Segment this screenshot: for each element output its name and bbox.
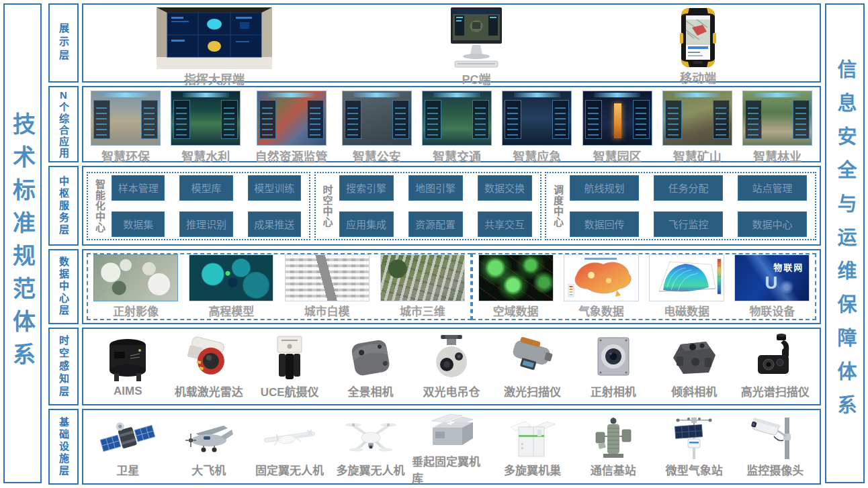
pc-item: PC端 xyxy=(429,7,523,87)
route-planning-button[interactable]: 航线规划 xyxy=(570,175,639,201)
data-label: 气象数据 xyxy=(578,302,624,319)
app-label: 智慧公安 xyxy=(353,147,401,164)
data-cell-ortho: 正射影像 xyxy=(93,254,178,319)
app-card-police: 智慧公安 xyxy=(340,91,414,164)
data-layer-content: 正射影像 高程模型 城市白模 城市三维 空域数据 xyxy=(82,249,821,324)
electromagnetic-data-thumbnail xyxy=(649,254,724,301)
data-layer-label-box: 数据中心层 xyxy=(48,249,79,324)
mobile-item: 移动端 xyxy=(658,7,738,86)
apps-layer-label: N个综合应用 xyxy=(58,89,69,159)
dispatch-center-buttons: 航线规划 任务分配 站点管理 数据回传 飞行监控 数据中心 xyxy=(570,175,807,237)
tech-standards-banner-text: 技术标准规范体系 xyxy=(11,112,34,375)
geospatial-data-group: 正射影像 高程模型 城市白模 城市三维 xyxy=(87,253,472,320)
infra-cell-vtol-hangar: 垂起固定翼机库 xyxy=(412,407,491,486)
app-label: 智慧应急 xyxy=(513,147,561,164)
dashboard-panel xyxy=(552,100,569,139)
sensor-label: 双光电吊仓 xyxy=(423,383,480,399)
infra-label: 卫星 xyxy=(116,461,139,478)
smart-police-thumbnail xyxy=(342,91,412,146)
service-layer-content: 智能化中心 样本管理 模型库 模型训练 数据集 推理识别 成果推送 时空中心 搜… xyxy=(82,166,821,246)
infra-cell-base-station: 通信基站 xyxy=(574,416,653,478)
app-card-water: 智慧水利 xyxy=(169,91,243,164)
infra-cell-multirotor: 多旋翼无人机 xyxy=(331,416,410,478)
apps-layer-label-box: N个综合应用 xyxy=(48,86,79,162)
sensor-label: 高光谱扫描仪 xyxy=(741,383,810,399)
sample-management-button[interactable]: 样本管理 xyxy=(112,175,165,201)
sensor-label: AIMS xyxy=(114,385,142,398)
search-engine-button[interactable]: 搜索引擎 xyxy=(339,175,394,201)
infra-label: 监控摄像头 xyxy=(746,461,804,478)
dashboard-panel xyxy=(173,100,190,139)
app-card-emergency: 智慧应急 xyxy=(500,91,574,164)
dataset-button[interactable]: 数据集 xyxy=(112,211,165,237)
data-layer-row: 数据中心层 正射影像 高程模型 城市白模 城市三维 xyxy=(48,249,821,324)
resource-config-button[interactable]: 资源配置 xyxy=(408,211,463,237)
dashboard-panel xyxy=(665,100,682,139)
display-layer-row: 展示层 xyxy=(48,3,821,83)
infra-cell-satellite: 卫星 xyxy=(88,416,167,478)
mobile-label: 移动端 xyxy=(680,68,716,86)
sensing-layer-content: AIMS 机载激光雷达 xyxy=(82,328,821,405)
laser-scanner-icon xyxy=(505,334,559,382)
sensing-layer-label-box: 时空感知层 xyxy=(48,328,79,405)
large-aircraft-icon xyxy=(181,416,237,460)
data-label: 正射影像 xyxy=(113,302,159,319)
app-card-natural-resources: 自然资源监管 xyxy=(249,91,334,164)
app-integration-button[interactable]: 应用集成 xyxy=(339,211,394,237)
app-label: 智慧交通 xyxy=(433,147,481,164)
site-management-button[interactable]: 站点管理 xyxy=(738,175,807,201)
infra-label: 大飞机 xyxy=(191,461,226,478)
uce-aerial-camera-icon xyxy=(263,334,316,382)
em-surface-plot xyxy=(650,255,724,301)
dashboard-panel xyxy=(307,100,324,139)
infra-label: 垂起固定翼机库 xyxy=(412,452,491,486)
task-assignment-button[interactable]: 任务分配 xyxy=(654,175,723,201)
sensor-label: 机载激光雷达 xyxy=(175,383,243,399)
model-training-button[interactable]: 模型训练 xyxy=(248,175,301,201)
sensor-cell-oblique-camera: 倾斜相机 xyxy=(654,334,734,399)
sensor-label: UCE航摄仪 xyxy=(261,383,319,399)
app-card-mine: 智慧矿山 xyxy=(660,91,734,164)
iot-u-mark: U xyxy=(765,273,777,293)
sharing-interaction-button[interactable]: 共享交互 xyxy=(478,211,532,237)
ortho-camera-icon xyxy=(587,334,640,382)
data-exchange-button[interactable]: 数据交换 xyxy=(478,175,532,201)
airborne-lidar-icon xyxy=(182,334,236,382)
inference-recognition-button[interactable]: 推理识别 xyxy=(179,211,232,237)
flight-monitoring-button[interactable]: 飞行监控 xyxy=(654,211,723,237)
infra-cell-fixed-wing: 固定翼无人机 xyxy=(250,416,329,478)
airspace-data-thumbnail xyxy=(478,254,554,301)
infra-label: 固定翼无人机 xyxy=(255,461,324,478)
sensing-layer-row: 时空感知层 AIMS xyxy=(48,328,821,405)
app-label: 智慧矿山 xyxy=(673,147,722,164)
command-wall-screen-icon xyxy=(157,7,272,69)
dashboard-panel xyxy=(259,100,276,139)
dashboard-panel xyxy=(93,100,110,139)
weather-data-thumbnail xyxy=(564,254,639,301)
map-engine-button[interactable]: 地图引擎 xyxy=(408,175,463,201)
data-label: 城市白模 xyxy=(304,302,350,319)
elevation-model-thumbnail xyxy=(189,254,273,301)
tech-standards-banner: 技术标准规范体系 xyxy=(3,3,42,483)
data-label: 空域数据 xyxy=(493,302,539,319)
model-library-button[interactable]: 模型库 xyxy=(179,175,232,201)
fixed-wing-uav-icon xyxy=(261,416,318,460)
oblique-camera-icon xyxy=(667,334,721,382)
smart-water-thumbnail xyxy=(171,91,241,146)
dashboard-panel xyxy=(345,100,361,139)
iot-device-thumbnail: 物联网 U xyxy=(734,254,810,301)
sensor-cell-aims: AIMS xyxy=(88,336,167,398)
app-label: 自然资源监管 xyxy=(255,147,328,164)
dashboard-panel xyxy=(221,100,238,139)
command-screen-label: 指挥大屏端 xyxy=(184,70,245,87)
data-center-button[interactable]: 数据中心 xyxy=(738,211,807,237)
data-label: 电磁数据 xyxy=(664,302,709,319)
result-push-button[interactable]: 成果推送 xyxy=(248,211,301,237)
sensing-layer-label: 时空感知层 xyxy=(58,335,69,399)
data-backhaul-button[interactable]: 数据回传 xyxy=(570,211,639,237)
sensor-cell-laser-scanner: 激光扫描仪 xyxy=(492,334,572,399)
data-cell-iot: 物联网 U 物联设备 xyxy=(734,254,810,319)
sensor-cell-ortho-camera: 正射相机 xyxy=(574,334,653,399)
infrastructure-layer-row: 基础设施层 卫星 xyxy=(48,409,821,485)
dashboard-panel xyxy=(425,100,441,139)
